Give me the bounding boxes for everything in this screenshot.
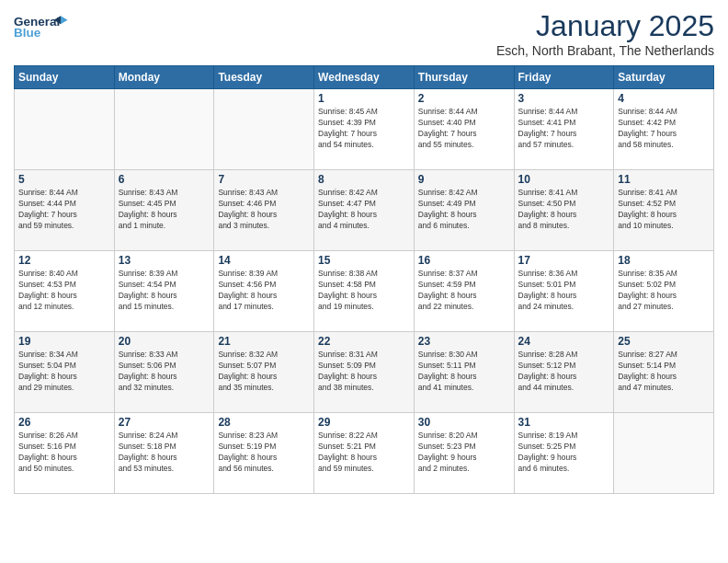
day-info: Sunrise: 8:20 AM Sunset: 5:23 PM Dayligh… <box>418 431 510 475</box>
day-number: 5 <box>18 173 110 186</box>
calendar-week-row: 26Sunrise: 8:26 AM Sunset: 5:16 PM Dayli… <box>15 413 714 494</box>
calendar-week-row: 12Sunrise: 8:40 AM Sunset: 4:53 PM Dayli… <box>15 251 714 332</box>
table-row: 18Sunrise: 8:35 AM Sunset: 5:02 PM Dayli… <box>614 251 714 332</box>
day-info: Sunrise: 8:30 AM Sunset: 5:11 PM Dayligh… <box>418 350 510 394</box>
day-number: 17 <box>518 254 610 267</box>
table-row: 25Sunrise: 8:27 AM Sunset: 5:14 PM Dayli… <box>614 332 714 413</box>
location: Esch, North Brabant, The Netherlands <box>496 43 714 58</box>
table-row: 3Sunrise: 8:44 AM Sunset: 4:41 PM Daylig… <box>514 89 614 170</box>
table-row: 26Sunrise: 8:26 AM Sunset: 5:16 PM Dayli… <box>15 413 115 494</box>
table-row: 21Sunrise: 8:32 AM Sunset: 5:07 PM Dayli… <box>214 332 314 413</box>
month-title: January 2025 <box>496 9 714 43</box>
table-row: 23Sunrise: 8:30 AM Sunset: 5:11 PM Dayli… <box>414 332 514 413</box>
col-thursday: Thursday <box>414 66 514 89</box>
col-monday: Monday <box>114 66 214 89</box>
day-number: 2 <box>418 92 510 105</box>
day-number: 29 <box>318 416 410 429</box>
calendar-week-row: 1Sunrise: 8:45 AM Sunset: 4:39 PM Daylig… <box>15 89 714 170</box>
day-info: Sunrise: 8:43 AM Sunset: 4:46 PM Dayligh… <box>218 188 310 232</box>
day-number: 6 <box>119 173 210 186</box>
col-sunday: Sunday <box>15 66 115 89</box>
day-info: Sunrise: 8:44 AM Sunset: 4:41 PM Dayligh… <box>518 107 610 151</box>
day-number: 21 <box>218 335 310 348</box>
table-row: 5Sunrise: 8:44 AM Sunset: 4:44 PM Daylig… <box>15 170 115 251</box>
day-number: 19 <box>18 335 110 348</box>
table-row: 7Sunrise: 8:43 AM Sunset: 4:46 PM Daylig… <box>214 170 314 251</box>
svg-marker-2 <box>61 16 68 24</box>
table-row: 14Sunrise: 8:39 AM Sunset: 4:56 PM Dayli… <box>214 251 314 332</box>
day-info: Sunrise: 8:28 AM Sunset: 5:12 PM Dayligh… <box>518 350 610 394</box>
day-info: Sunrise: 8:44 AM Sunset: 4:40 PM Dayligh… <box>418 107 510 151</box>
table-row: 28Sunrise: 8:23 AM Sunset: 5:19 PM Dayli… <box>214 413 314 494</box>
day-info: Sunrise: 8:36 AM Sunset: 5:01 PM Dayligh… <box>518 269 610 313</box>
table-row: 31Sunrise: 8:19 AM Sunset: 5:25 PM Dayli… <box>514 413 614 494</box>
day-info: Sunrise: 8:45 AM Sunset: 4:39 PM Dayligh… <box>318 107 410 151</box>
day-number: 22 <box>318 335 410 348</box>
day-info: Sunrise: 8:42 AM Sunset: 4:47 PM Dayligh… <box>318 188 410 232</box>
calendar-table: Sunday Monday Tuesday Wednesday Thursday… <box>14 65 714 494</box>
table-row <box>614 413 714 494</box>
day-number: 14 <box>218 254 310 267</box>
day-info: Sunrise: 8:22 AM Sunset: 5:21 PM Dayligh… <box>318 431 410 475</box>
table-row: 11Sunrise: 8:41 AM Sunset: 4:52 PM Dayli… <box>614 170 714 251</box>
day-number: 10 <box>518 173 610 186</box>
day-info: Sunrise: 8:41 AM Sunset: 4:52 PM Dayligh… <box>618 188 710 232</box>
day-info: Sunrise: 8:37 AM Sunset: 4:59 PM Dayligh… <box>418 269 510 313</box>
table-row: 15Sunrise: 8:38 AM Sunset: 4:58 PM Dayli… <box>314 251 415 332</box>
table-row <box>114 89 214 170</box>
day-number: 3 <box>518 92 610 105</box>
day-number: 23 <box>418 335 510 348</box>
day-number: 8 <box>318 173 410 186</box>
table-row <box>214 89 314 170</box>
day-info: Sunrise: 8:32 AM Sunset: 5:07 PM Dayligh… <box>218 350 310 394</box>
table-row: 13Sunrise: 8:39 AM Sunset: 4:54 PM Dayli… <box>114 251 214 332</box>
table-row: 24Sunrise: 8:28 AM Sunset: 5:12 PM Dayli… <box>514 332 614 413</box>
table-row: 8Sunrise: 8:42 AM Sunset: 4:47 PM Daylig… <box>314 170 415 251</box>
day-info: Sunrise: 8:42 AM Sunset: 4:49 PM Dayligh… <box>418 188 510 232</box>
day-info: Sunrise: 8:34 AM Sunset: 5:04 PM Dayligh… <box>18 350 110 394</box>
table-row: 4Sunrise: 8:44 AM Sunset: 4:42 PM Daylig… <box>614 89 714 170</box>
day-number: 16 <box>418 254 510 267</box>
calendar-header-row: Sunday Monday Tuesday Wednesday Thursday… <box>15 66 714 89</box>
calendar-week-row: 5Sunrise: 8:44 AM Sunset: 4:44 PM Daylig… <box>15 170 714 251</box>
day-number: 7 <box>218 173 310 186</box>
day-info: Sunrise: 8:24 AM Sunset: 5:18 PM Dayligh… <box>119 431 210 475</box>
table-row: 19Sunrise: 8:34 AM Sunset: 5:04 PM Dayli… <box>15 332 115 413</box>
table-row: 12Sunrise: 8:40 AM Sunset: 4:53 PM Dayli… <box>15 251 115 332</box>
table-row: 30Sunrise: 8:20 AM Sunset: 5:23 PM Dayli… <box>414 413 514 494</box>
day-number: 15 <box>318 254 410 267</box>
title-block: January 2025 Esch, North Brabant, The Ne… <box>496 9 714 58</box>
day-info: Sunrise: 8:33 AM Sunset: 5:06 PM Dayligh… <box>119 350 210 394</box>
header: General Blue January 2025 Esch, North Br… <box>14 9 714 58</box>
day-number: 28 <box>218 416 310 429</box>
day-info: Sunrise: 8:44 AM Sunset: 4:44 PM Dayligh… <box>18 188 110 232</box>
day-info: Sunrise: 8:44 AM Sunset: 4:42 PM Dayligh… <box>618 107 710 151</box>
day-info: Sunrise: 8:19 AM Sunset: 5:25 PM Dayligh… <box>518 431 610 475</box>
day-info: Sunrise: 8:39 AM Sunset: 4:56 PM Dayligh… <box>218 269 310 313</box>
col-tuesday: Tuesday <box>214 66 314 89</box>
day-info: Sunrise: 8:38 AM Sunset: 4:58 PM Dayligh… <box>318 269 410 313</box>
day-number: 18 <box>618 254 710 267</box>
day-info: Sunrise: 8:43 AM Sunset: 4:45 PM Dayligh… <box>119 188 210 232</box>
day-number: 1 <box>318 92 410 105</box>
table-row <box>15 89 115 170</box>
table-row: 22Sunrise: 8:31 AM Sunset: 5:09 PM Dayli… <box>314 332 415 413</box>
day-info: Sunrise: 8:41 AM Sunset: 4:50 PM Dayligh… <box>518 188 610 232</box>
col-friday: Friday <box>514 66 614 89</box>
col-wednesday: Wednesday <box>314 66 415 89</box>
svg-text:Blue: Blue <box>14 26 41 40</box>
table-row: 17Sunrise: 8:36 AM Sunset: 5:01 PM Dayli… <box>514 251 614 332</box>
page-container: General Blue January 2025 Esch, North Br… <box>0 0 728 499</box>
table-row: 10Sunrise: 8:41 AM Sunset: 4:50 PM Dayli… <box>514 170 614 251</box>
table-row: 1Sunrise: 8:45 AM Sunset: 4:39 PM Daylig… <box>314 89 415 170</box>
table-row: 20Sunrise: 8:33 AM Sunset: 5:06 PM Dayli… <box>114 332 214 413</box>
day-number: 11 <box>618 173 710 186</box>
table-row: 16Sunrise: 8:37 AM Sunset: 4:59 PM Dayli… <box>414 251 514 332</box>
logo: General Blue <box>14 9 69 46</box>
calendar-week-row: 19Sunrise: 8:34 AM Sunset: 5:04 PM Dayli… <box>15 332 714 413</box>
day-number: 9 <box>418 173 510 186</box>
day-info: Sunrise: 8:39 AM Sunset: 4:54 PM Dayligh… <box>119 269 210 313</box>
col-saturday: Saturday <box>614 66 714 89</box>
day-info: Sunrise: 8:23 AM Sunset: 5:19 PM Dayligh… <box>218 431 310 475</box>
day-number: 13 <box>119 254 210 267</box>
